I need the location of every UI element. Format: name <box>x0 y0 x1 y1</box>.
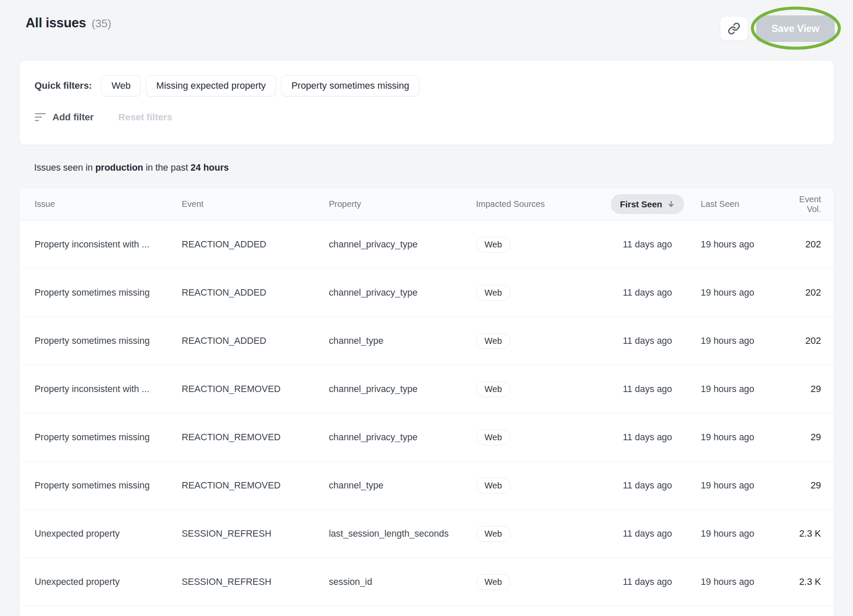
scope-prefix: Issues seen in <box>34 163 95 173</box>
impacted-sources-cell: Web <box>476 237 603 253</box>
source-badge: Web <box>476 237 511 253</box>
scope-environment: production <box>95 163 143 173</box>
event-cell: REACTION_ADDED <box>182 288 329 298</box>
event-vol-cell: 202 <box>790 287 821 298</box>
property-cell: channel_privacy_type <box>329 239 476 250</box>
table-row[interactable]: Property sometimes missing REACTION_ADDE… <box>20 269 834 317</box>
issue-count-badge: (35) <box>92 17 111 30</box>
first-seen-cell: 11 days ago <box>603 480 692 491</box>
column-header-property[interactable]: Property <box>329 199 476 209</box>
last-seen-cell: 19 hours ago <box>692 336 790 346</box>
table-row[interactable]: Property sometimes missing REACTION_REMO… <box>20 413 834 462</box>
event-vol-cell: 29 <box>790 384 821 395</box>
quick-filters-card: Quick filters: Web Missing expected prop… <box>19 60 834 145</box>
source-badge: Web <box>476 430 511 445</box>
table-row[interactable]: Property inconsistent with ... REACTION_… <box>20 365 834 413</box>
last-seen-cell: 19 hours ago <box>692 480 790 491</box>
save-view-button[interactable]: Save View <box>756 15 835 42</box>
filter-chip-missing-expected-property[interactable]: Missing expected property <box>146 75 276 96</box>
quick-filters-row: Quick filters: Web Missing expected prop… <box>35 75 419 96</box>
impacted-sources-cell: Web <box>476 381 603 397</box>
property-cell: session_id <box>329 577 476 587</box>
impacted-sources-cell: Web <box>476 430 603 445</box>
event-cell: REACTION_REMOVED <box>182 384 329 395</box>
table-row[interactable]: Property inconsistent with ... REACTION_… <box>20 221 834 269</box>
quick-filters-label: Quick filters: <box>35 80 92 91</box>
event-cell: REACTION_REMOVED <box>182 432 329 443</box>
issues-scope-text: Issues seen in production in the past 24… <box>34 163 229 173</box>
link-icon <box>728 22 740 35</box>
event-cell: SESSION_REFRESH <box>182 577 329 587</box>
add-filter-button[interactable]: Add filter <box>52 112 94 123</box>
event-vol-cell: 202 <box>790 239 821 250</box>
impacted-sources-cell: Web <box>476 478 603 494</box>
last-seen-cell: 19 hours ago <box>692 432 790 443</box>
impacted-sources-cell: Web <box>476 285 603 301</box>
last-seen-cell: 19 hours ago <box>692 288 790 298</box>
table-row[interactable]: Unexpected property SESSION_REFRESH last… <box>20 510 834 558</box>
property-cell: channel_privacy_type <box>329 384 476 395</box>
column-header-first-seen: First Seen <box>603 194 692 214</box>
issue-cell: Unexpected property <box>35 577 182 587</box>
issue-cell: Property sometimes missing <box>35 336 182 346</box>
first-seen-cell: 11 days ago <box>603 577 692 587</box>
reset-filters-button[interactable]: Reset filters <box>119 112 172 123</box>
column-header-event[interactable]: Event <box>182 199 329 209</box>
sort-column-label: First Seen <box>620 199 662 209</box>
impacted-sources-cell: Web <box>476 574 603 590</box>
property-cell: channel_type <box>329 336 476 346</box>
filter-lines-icon <box>35 112 46 122</box>
first-seen-cell: 11 days ago <box>603 239 692 250</box>
impacted-sources-cell: Web <box>476 526 603 542</box>
event-vol-cell: 2.3 K <box>790 576 821 587</box>
event-vol-cell: 29 <box>790 480 821 491</box>
column-header-last-seen[interactable]: Last Seen <box>692 199 790 209</box>
first-seen-cell: 11 days ago <box>603 288 692 298</box>
source-badge: Web <box>476 574 511 590</box>
first-seen-cell: 11 days ago <box>603 336 692 346</box>
column-header-event-vol[interactable]: Event Vol. <box>790 195 821 214</box>
source-badge: Web <box>476 526 511 542</box>
sort-desc-arrow-icon <box>667 200 675 208</box>
property-cell: channel_privacy_type <box>329 432 476 443</box>
event-cell: SESSION_REFRESH <box>182 529 329 539</box>
table-row[interactable]: Property sometimes missing REACTION_ADDE… <box>20 317 834 365</box>
last-seen-cell: 19 hours ago <box>692 529 790 539</box>
impacted-sources-cell: Web <box>476 333 603 349</box>
first-seen-cell: 11 days ago <box>603 384 692 395</box>
copy-link-button[interactable] <box>720 16 748 41</box>
page-title: All issues <box>26 15 86 31</box>
issue-cell: Unexpected property <box>35 529 182 539</box>
filter-chip-web[interactable]: Web <box>101 75 141 96</box>
first-seen-sort-button[interactable]: First Seen <box>611 194 684 214</box>
issue-cell: Property sometimes missing <box>35 480 182 491</box>
source-badge: Web <box>476 285 511 301</box>
table-row[interactable]: Property sometimes missing REACTION_REMO… <box>20 462 834 510</box>
event-vol-cell: 2.3 K <box>790 528 821 539</box>
scope-time-range: 24 hours <box>191 163 229 173</box>
table-row[interactable]: Unexpected property SESSION_REFRESH sess… <box>20 558 834 606</box>
source-badge: Web <box>476 381 511 397</box>
first-seen-cell: 11 days ago <box>603 432 692 443</box>
table-header-row: Issue Event Property Impacted Sources Fi… <box>20 188 834 221</box>
source-badge: Web <box>476 333 511 349</box>
issue-cell: Property inconsistent with ... <box>35 239 182 250</box>
page-header: All issues (35) <box>26 15 111 31</box>
filter-actions-row: Add filter Reset filters <box>35 112 172 123</box>
property-cell: channel_type <box>329 480 476 491</box>
column-header-impacted-sources[interactable]: Impacted Sources <box>476 199 603 209</box>
last-seen-cell: 19 hours ago <box>692 239 790 250</box>
table-body: Property inconsistent with ... REACTION_… <box>20 221 834 606</box>
filter-chip-property-sometimes-missing[interactable]: Property sometimes missing <box>281 75 419 96</box>
source-badge: Web <box>476 478 511 494</box>
last-seen-cell: 19 hours ago <box>692 577 790 587</box>
first-seen-cell: 11 days ago <box>603 529 692 539</box>
column-header-issue[interactable]: Issue <box>35 199 182 209</box>
issue-cell: Property sometimes missing <box>35 288 182 298</box>
event-cell: REACTION_ADDED <box>182 239 329 250</box>
event-cell: REACTION_REMOVED <box>182 480 329 491</box>
issue-cell: Property inconsistent with ... <box>35 384 182 395</box>
event-cell: REACTION_ADDED <box>182 336 329 346</box>
event-vol-cell: 202 <box>790 335 821 346</box>
issues-table: Issue Event Property Impacted Sources Fi… <box>19 188 834 616</box>
